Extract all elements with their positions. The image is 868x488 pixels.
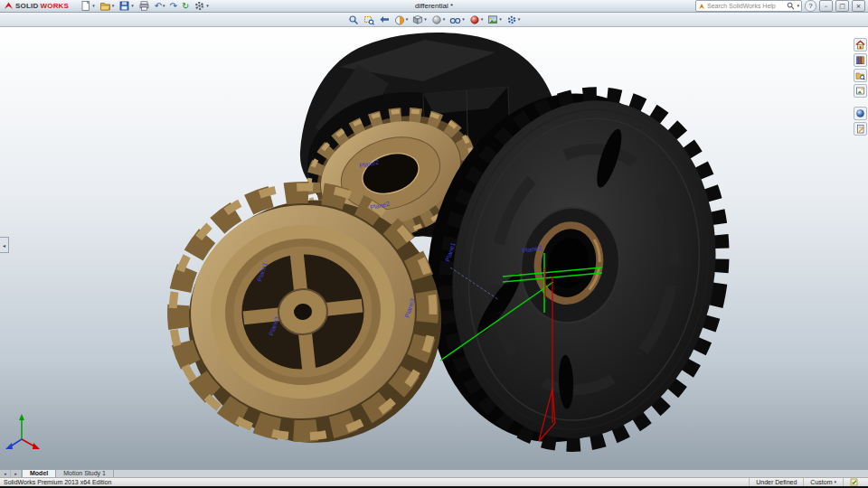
help-button[interactable]: ? [805,0,816,12]
section-view-icon [394,14,405,25]
bottom-tabs-bar: ◂ ▸ Model Motion Study 1 [0,469,868,477]
tab-model[interactable]: Model [22,470,56,477]
brand-text-works: WORKS [40,2,69,10]
status-check-icon [850,478,858,486]
new-dropdown-caret[interactable]: ▾ [92,4,95,8]
restore-button[interactable]: □ [835,0,849,12]
apply-scene-icon [487,14,498,25]
search-magnifier-icon[interactable] [787,2,795,10]
zoom-to-area-icon [363,14,374,25]
minimize-button[interactable]: – [819,0,833,12]
open-dropdown-caret[interactable]: ▾ [112,4,115,8]
view-orientation-cube-icon [412,14,423,25]
undo-dropdown-caret[interactable]: ▾ [163,4,165,8]
solidworks-search-flame-icon [698,3,705,10]
redo-button[interactable]: ↷ [168,1,179,12]
design-library-button[interactable] [854,53,867,67]
undo-button[interactable]: ↶ ▾ [153,1,167,12]
open-button[interactable]: ▾ [98,1,117,12]
options-button[interactable]: ▾ [192,1,211,12]
configuration-selector[interactable]: Custom ▾ [803,478,843,486]
view-orientation-caret[interactable]: ▾ [424,17,427,22]
title-bar: SOLIDWORKS ▾ ▾ ▾ [0,0,868,13]
home-icon [855,40,865,50]
main-toolbar: ▾ ▾ ▾ ↶ ▾ [78,1,211,12]
tab-scroll-right-button[interactable]: ▸ [11,470,22,477]
hide-show-items-button[interactable]: ▾ [448,14,467,25]
status-bar: SolidWorks Premium 2013 x64 Edition Unde… [0,477,868,486]
featuremanager-collapsed-tab[interactable]: ◂ [0,237,9,253]
display-style-caret[interactable]: ▾ [443,17,446,22]
edit-appearance-button[interactable]: ▾ [467,14,486,25]
document-title: differential * [415,0,453,12]
brand-text-solid: SOLID [15,2,38,10]
section-view-button[interactable]: ▾ [392,14,410,25]
search-dropdown-caret[interactable]: ▾ [797,4,799,8]
redo-icon: ↷ [170,2,177,11]
apply-scene-button[interactable]: ▾ [486,14,504,25]
new-button[interactable]: ▾ [78,1,97,12]
status-icon-item[interactable] [843,478,864,486]
constraint-state-label: Under Defined [749,478,803,486]
solidworks-logo-icon [4,1,14,11]
save-button[interactable]: ▾ [117,1,136,12]
solidworks-resources-button[interactable] [854,38,867,52]
close-button[interactable]: × [852,0,865,12]
heads-up-view-toolbar: ▾ ▾ ▾ ▾ ▾ ▾ [0,13,868,27]
zoom-to-area-button[interactable] [362,14,376,25]
panel-collapse-glyph: ◂ [3,242,5,249]
edition-label: SolidWorks Premium 2013 x64 Edition [0,479,111,485]
new-document-icon [80,0,91,12]
display-style-button[interactable]: ▾ [429,14,448,25]
configuration-caret: ▾ [834,480,836,484]
document-pencil-icon [855,124,865,134]
view-orientation-button[interactable]: ▾ [410,14,429,25]
options-dropdown-caret[interactable]: ▾ [206,4,209,8]
edit-appearance-ball-icon [469,14,480,25]
rebuild-button[interactable]: ↻ [180,1,191,12]
hide-show-caret[interactable]: ▾ [462,17,465,22]
search-placeholder: Search SolidWorks Help [707,3,785,9]
undo-icon: ↶ [155,2,162,11]
solidworks-logo: SOLIDWORKS [0,1,72,11]
appearance-sphere-icon [855,108,865,118]
view-palette-button[interactable] [854,84,867,98]
print-icon [138,0,150,12]
tab-motion-study-1[interactable]: Motion Study 1 [56,470,114,477]
graphics-area[interactable]: Plane2 Plane2 Plane1 Plane3 Plane1 Plane… [0,27,868,469]
options-gear-icon [193,0,205,12]
appearances-scenes-button[interactable] [854,107,867,120]
view-settings-caret[interactable]: ▾ [518,17,521,22]
view-settings-gear-icon [506,14,517,25]
save-dropdown-caret[interactable]: ▾ [131,4,134,8]
task-pane-strip [854,38,867,136]
zoom-to-fit-button[interactable] [346,14,361,25]
rebuild-icon: ↻ [182,2,189,11]
edit-appearance-caret[interactable]: ▾ [481,17,484,22]
file-explorer-button[interactable] [854,69,867,82]
custom-properties-button[interactable] [854,122,867,136]
tab-scroll-left-button[interactable]: ◂ [0,470,11,477]
previous-view-button[interactable] [377,14,392,25]
print-button[interactable] [137,1,152,12]
titlebar-right: Search SolidWorks Help ▾ ? – □ × [695,0,868,12]
hide-show-glasses-icon [449,14,461,25]
zoom-to-fit-icon [348,14,359,25]
open-folder-icon [99,0,111,12]
view-settings-button[interactable]: ▾ [505,14,523,25]
folder-search-icon [855,70,865,80]
books-icon [855,55,865,65]
picture-icon [855,86,865,96]
configuration-label: Custom [810,479,832,485]
3d-scene[interactable]: Plane2 Plane2 Plane1 Plane3 Plane1 Plane… [0,27,868,469]
previous-view-arrow-icon [379,14,390,25]
section-view-caret[interactable]: ▾ [406,17,409,22]
display-style-sphere-icon [431,14,442,25]
save-floppy-icon [118,0,130,12]
apply-scene-caret[interactable]: ▾ [499,17,502,22]
search-box[interactable]: Search SolidWorks Help ▾ [695,0,802,12]
